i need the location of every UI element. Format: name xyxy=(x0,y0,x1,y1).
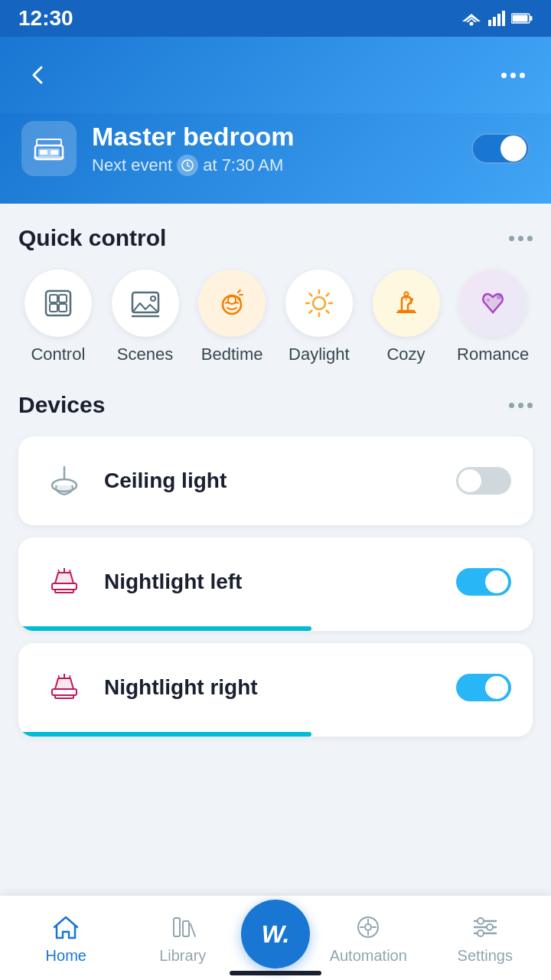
room-title: Master bedroom xyxy=(92,122,295,152)
svg-point-26 xyxy=(313,297,325,309)
ceiling-light-toggle[interactable] xyxy=(456,467,511,495)
automation-nav-label: Automation xyxy=(330,947,407,965)
cozy-icon xyxy=(390,286,423,320)
romance-icon xyxy=(476,286,510,320)
devices-more[interactable] xyxy=(509,403,533,408)
ceiling-light-icon-wrap xyxy=(40,456,89,505)
svg-rect-3 xyxy=(488,20,491,26)
svg-rect-39 xyxy=(52,583,77,590)
quick-item-control[interactable]: Control xyxy=(18,270,98,364)
device-card-nightlight-right-inner: Nightlight right xyxy=(18,643,533,732)
quick-control-more[interactable] xyxy=(509,236,533,241)
quick-item-romance[interactable]: Romance xyxy=(453,270,533,364)
clock-icon xyxy=(181,159,194,172)
device-left-nl: Nightlight left xyxy=(40,557,242,606)
svg-rect-9 xyxy=(513,15,528,22)
svg-line-31 xyxy=(309,294,311,296)
quick-item-daylight[interactable]: Daylight xyxy=(279,270,359,364)
nav-item-home[interactable]: Home xyxy=(8,912,125,965)
svg-line-32 xyxy=(326,311,328,313)
event-time: at 7:30 AM xyxy=(203,155,283,175)
daylight-icon-wrap xyxy=(285,270,353,337)
nightlight-left-name: Nightlight left xyxy=(104,570,242,594)
nav-item-center[interactable]: W. xyxy=(241,900,310,976)
library-icon xyxy=(168,912,198,942)
device-card-ceiling-light: Ceiling light xyxy=(18,436,533,525)
svg-rect-4 xyxy=(493,17,496,26)
nightlight-left-icon xyxy=(44,562,84,602)
ceiling-light-toggle-knob xyxy=(458,469,481,492)
settings-icon xyxy=(470,912,500,942)
quick-item-scenes[interactable]: Scenes xyxy=(106,270,185,364)
svg-line-33 xyxy=(326,294,328,296)
nightlight-left-toggle[interactable] xyxy=(456,568,511,596)
more-button[interactable] xyxy=(496,58,530,92)
scenes-label: Scenes xyxy=(117,345,173,364)
quick-control-header: Quick control xyxy=(18,225,533,251)
room-toggle[interactable] xyxy=(471,133,530,164)
nav-item-settings[interactable]: Settings xyxy=(427,912,544,965)
bedtime-icon-wrap xyxy=(198,270,266,337)
device-left: Ceiling light xyxy=(40,456,227,505)
nightlight-left-progress xyxy=(18,626,311,631)
device-card-nightlight-left: Nightlight left xyxy=(18,537,533,631)
settings-nav-label: Settings xyxy=(458,947,513,965)
svg-point-58 xyxy=(478,930,484,936)
nightlight-right-icon xyxy=(44,668,84,707)
status-time: 12:30 xyxy=(18,6,73,31)
quick-control-title: Quick control xyxy=(18,225,166,251)
svg-rect-40 xyxy=(55,590,73,593)
nightlight-right-progress xyxy=(18,732,311,737)
device-left-nr: Nightlight right xyxy=(40,663,258,712)
back-icon xyxy=(26,63,51,87)
nav-item-library[interactable]: Library xyxy=(125,912,242,965)
device-card-ceiling-inner: Ceiling light xyxy=(18,436,533,525)
control-icon xyxy=(41,286,75,320)
svg-rect-44 xyxy=(52,689,77,695)
nightlight-right-name: Nightlight right xyxy=(104,675,258,700)
device-card-nightlight-right: Nightlight right xyxy=(18,643,533,737)
quick-item-bedtime[interactable]: Bedtime xyxy=(192,270,272,364)
svg-point-36 xyxy=(497,295,501,299)
top-nav xyxy=(0,37,551,113)
center-button[interactable]: W. xyxy=(241,900,310,969)
quick-more-icon xyxy=(509,236,533,241)
bedtime-icon xyxy=(215,286,249,320)
main-content: Quick control Control xyxy=(0,204,551,841)
daylight-icon xyxy=(302,286,336,320)
svg-point-56 xyxy=(478,918,484,924)
nav-item-automation[interactable]: Automation xyxy=(310,912,427,965)
device-card-nightlight-left-inner: Nightlight left xyxy=(18,537,533,626)
bedroom-icon xyxy=(32,132,66,165)
quick-item-cozy[interactable]: Cozy xyxy=(367,270,446,364)
devices-more-icon xyxy=(509,403,533,408)
romance-label: Romance xyxy=(457,345,529,364)
svg-point-57 xyxy=(487,924,493,930)
svg-rect-49 xyxy=(174,918,180,936)
ceiling-light-name: Ceiling light xyxy=(104,469,227,493)
toggle-knob xyxy=(500,136,527,162)
daylight-label: Daylight xyxy=(289,345,349,364)
quick-control-items: Control Scenes xyxy=(18,270,533,364)
bottom-nav: Home Library W. Automation xyxy=(0,896,551,980)
svg-rect-13 xyxy=(51,150,58,155)
romance-icon-wrap xyxy=(459,270,527,337)
room-subtitle: Next event at 7:30 AM xyxy=(92,155,295,176)
signal-icon xyxy=(488,11,505,26)
ceiling-light-icon xyxy=(44,461,84,501)
library-nav-label: Library xyxy=(159,947,206,965)
room-header: Master bedroom Next event at 7:30 AM xyxy=(0,113,551,204)
svg-rect-12 xyxy=(40,150,47,155)
nightlight-right-icon-wrap xyxy=(40,663,89,712)
control-icon-wrap xyxy=(24,270,92,337)
home-nav-label: Home xyxy=(46,947,86,965)
scenes-icon xyxy=(129,286,162,320)
svg-point-37 xyxy=(487,299,490,302)
status-bar: 12:30 xyxy=(0,0,551,37)
battery-icon xyxy=(511,12,533,24)
back-button[interactable] xyxy=(21,58,55,92)
home-icon xyxy=(51,912,81,942)
svg-rect-19 xyxy=(59,295,67,302)
svg-rect-8 xyxy=(530,16,533,21)
nightlight-right-toggle[interactable] xyxy=(456,674,511,701)
